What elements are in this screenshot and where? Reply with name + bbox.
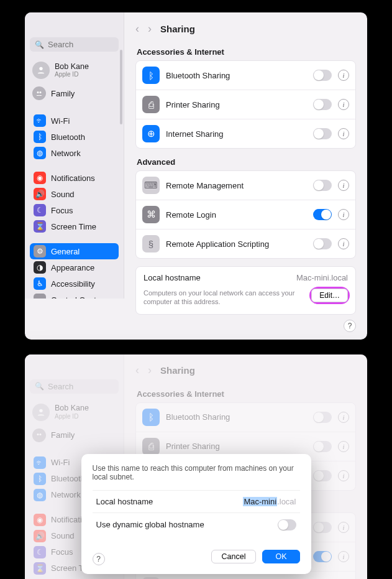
- sidebar-item-general[interactable]: ⚙General: [30, 243, 119, 259]
- ok-button[interactable]: OK: [262, 550, 299, 563]
- toggle-remote-login[interactable]: [313, 551, 332, 562]
- sidebar-item-label: Sound: [51, 190, 75, 199]
- row-label: Printer Sharing: [166, 100, 307, 109]
- toggle-remote-application-scripting[interactable]: [313, 238, 332, 249]
- svg-point-0: [39, 67, 42, 70]
- help-button[interactable]: ?: [344, 320, 356, 332]
- remote-application-scripting-icon: §: [142, 577, 160, 579]
- search-field[interactable]: 🔍: [30, 379, 119, 394]
- sidebar-item-account[interactable]: Bob Kane Apple ID: [30, 400, 119, 425]
- row-label: Bluetooth Sharing: [166, 412, 307, 422]
- sidebar-item-label: Focus: [51, 547, 73, 557]
- dialog-dynamic-row[interactable]: Use dynamic global hostname: [93, 512, 300, 537]
- row-remote-login[interactable]: ⌘Remote Logini: [136, 200, 355, 229]
- svg-point-3: [39, 409, 42, 412]
- screen-time-icon: ⌛: [34, 562, 46, 575]
- sidebar-item-family[interactable]: Family: [30, 83, 119, 104]
- row-bluetooth-sharing[interactable]: ᛒBluetooth Sharingi: [136, 61, 355, 90]
- row-bluetooth-sharing[interactable]: ᛒBluetooth Sharingi: [136, 403, 355, 432]
- sidebar-item-account[interactable]: Bob Kane Apple ID: [30, 58, 119, 83]
- row-remote-management[interactable]: ⌨Remote Managementi: [136, 171, 355, 200]
- row-label: Remote Management: [166, 181, 307, 190]
- cancel-button[interactable]: Cancel: [211, 550, 257, 563]
- toggle-internet-sharing[interactable]: [313, 128, 332, 139]
- bluetooth-icon: ᛒ: [34, 131, 46, 143]
- sidebar-item-screen-time[interactable]: ⌛Screen Time: [30, 218, 119, 234]
- info-icon[interactable]: i: [338, 209, 349, 220]
- sidebar-item-label: Notifications: [51, 174, 95, 183]
- settings-window-dialog: 🔍 Bob Kane Apple ID Family ᯤWi-FiᛒBlueto…: [25, 354, 367, 579]
- svg-point-1: [37, 91, 39, 93]
- toggle-remote-management[interactable]: [313, 522, 332, 533]
- search-input[interactable]: [48, 40, 114, 49]
- info-icon[interactable]: i: [338, 522, 349, 533]
- nav-back[interactable]: ‹: [135, 364, 139, 377]
- info-icon[interactable]: i: [338, 238, 349, 249]
- search-icon: 🔍: [35, 382, 44, 391]
- toggle-printer-sharing[interactable]: [313, 99, 332, 110]
- bluetooth-sharing-icon: ᛒ: [142, 409, 160, 426]
- sidebar-item-control-centre[interactable]: ⌕Control Centre: [30, 292, 119, 299]
- account-sub: Apple ID: [55, 71, 89, 78]
- toggle-printer-sharing[interactable]: [313, 441, 332, 452]
- info-icon[interactable]: i: [338, 470, 349, 481]
- sidebar-item-wi-fi[interactable]: ᯤWi-Fi: [30, 113, 119, 129]
- dialog-help-button[interactable]: ?: [93, 553, 105, 565]
- info-icon[interactable]: i: [338, 551, 349, 562]
- sidebar-item-accessibility[interactable]: ♿︎Accessibility: [30, 276, 119, 292]
- sidebar-item-label: Screen Time: [51, 222, 96, 231]
- hostname-dialog: Use this name to reach this computer fro…: [81, 454, 311, 574]
- sidebar-item-network[interactable]: ◍Network: [30, 145, 119, 161]
- dialog-hostname-editable[interactable]: Mac-mini: [243, 497, 277, 506]
- control-centre-icon: ⌕: [34, 294, 46, 299]
- search-field[interactable]: 🔍: [30, 37, 119, 52]
- dialog-hostname-label: Local hostname: [96, 497, 244, 506]
- toggle-bluetooth-sharing[interactable]: [313, 70, 332, 81]
- sidebar-item-focus[interactable]: ☾Focus: [30, 202, 119, 218]
- info-icon[interactable]: i: [338, 441, 349, 452]
- hostname-value: Mac-mini.local: [296, 273, 348, 282]
- sidebar-item-label: Control Centre: [51, 295, 104, 299]
- info-icon[interactable]: i: [338, 180, 349, 191]
- nav-forward[interactable]: ›: [148, 22, 152, 35]
- advanced-card: ⌨Remote Managementi⌘Remote Logini§Remote…: [135, 170, 356, 259]
- toggle-remote-management[interactable]: [313, 180, 332, 191]
- account-name: Bob Kane: [55, 63, 89, 72]
- remote-management-icon: ⌨: [142, 177, 160, 194]
- row-label: Remote Application Scripting: [166, 239, 307, 249]
- row-printer-sharing[interactable]: ⎙Printer Sharingi: [136, 90, 355, 119]
- sidebar-item-notifications[interactable]: ◉Notifications: [30, 170, 119, 186]
- dialog-dynamic-toggle[interactable]: [278, 519, 296, 530]
- family-icon: [32, 428, 46, 442]
- hostname-label: Local hostname: [144, 273, 201, 282]
- focus-icon: ☾: [34, 546, 46, 558]
- sidebar-item-family[interactable]: Family: [30, 425, 119, 446]
- sidebar-item-sound[interactable]: 🔊Sound: [30, 186, 119, 202]
- sidebar-item-label: Wi-Fi: [51, 458, 70, 467]
- dialog-hostname-field[interactable]: Mac-mini.local: [243, 497, 296, 506]
- sidebar-scrollbar[interactable]: [120, 50, 122, 124]
- network-icon: ◍: [34, 147, 46, 159]
- info-icon[interactable]: i: [338, 70, 349, 81]
- toggle-bluetooth-sharing[interactable]: [313, 412, 332, 423]
- toggle-internet-sharing[interactable]: [313, 470, 332, 481]
- info-icon[interactable]: i: [338, 412, 349, 423]
- info-icon[interactable]: i: [338, 128, 349, 139]
- svg-point-5: [40, 433, 42, 435]
- row-remote-application-scripting[interactable]: §Remote Application Scriptingi: [136, 229, 355, 258]
- toggle-remote-login[interactable]: [313, 209, 332, 220]
- row-label: Internet Sharing: [166, 129, 307, 139]
- sidebar-item-label: Bluetooth: [51, 474, 85, 483]
- nav-forward[interactable]: ›: [148, 364, 152, 377]
- sidebar-family-label: Family: [51, 430, 75, 440]
- sidebar-item-appearance[interactable]: ◑Appearance: [30, 259, 119, 276]
- row-internet-sharing[interactable]: ⊕Internet Sharingi: [136, 119, 355, 148]
- dialog-hostname-row[interactable]: Local hostname Mac-mini.local: [93, 490, 300, 512]
- section-advanced-title: Advanced: [137, 157, 356, 167]
- sidebar: 🔍 Bob Kane Apple ID Family ᯤWi-FiᛒBlueto…: [25, 12, 124, 299]
- sidebar-item-bluetooth[interactable]: ᛒBluetooth: [30, 129, 119, 145]
- info-icon[interactable]: i: [338, 99, 349, 110]
- nav-back[interactable]: ‹: [135, 22, 139, 35]
- edit-hostname-button[interactable]: Edit…: [311, 289, 348, 302]
- search-input[interactable]: [48, 382, 114, 391]
